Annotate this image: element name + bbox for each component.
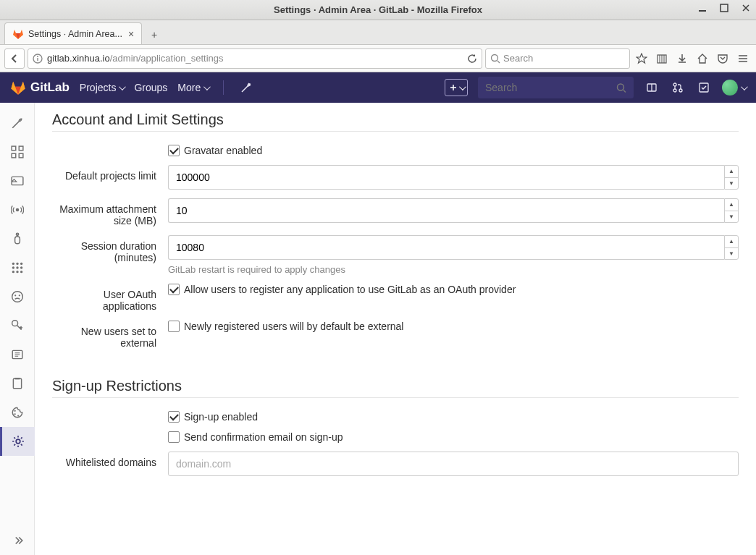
whitelisted-domains-input[interactable]	[168, 452, 739, 476]
spinner-up-icon[interactable]: ▲	[725, 166, 738, 178]
spinner-down-icon[interactable]: ▼	[725, 248, 738, 260]
pocket-icon[interactable]	[714, 50, 731, 67]
new-users-external-check-label: Newly registered users will by default b…	[184, 321, 403, 332]
window-title: Settings · Admin Area · GitLab - Mozilla…	[274, 4, 482, 15]
admin-wrench-icon[interactable]	[238, 80, 254, 96]
send-confirmation-checkbox[interactable]	[168, 431, 180, 443]
user-oauth-label: User OAuth applications	[52, 284, 168, 312]
svg-point-37	[14, 413, 15, 415]
signup-enabled-checkbox[interactable]	[168, 411, 180, 423]
sidebar-item-overview[interactable]	[0, 109, 35, 137]
svg-rect-16	[19, 153, 23, 158]
svg-point-32	[12, 321, 17, 326]
issues-icon[interactable]	[644, 80, 660, 96]
svg-rect-35	[14, 378, 20, 379]
library-icon[interactable]	[653, 50, 671, 67]
url-bar[interactable]: gitlab.xinhua.io/admin/application_setti…	[28, 48, 482, 69]
chevron-down-icon	[458, 83, 466, 90]
info-icon[interactable]	[33, 54, 43, 64]
svg-point-27	[16, 271, 18, 273]
svg-point-21	[16, 263, 18, 265]
svg-point-28	[20, 271, 22, 273]
new-tab-button[interactable]: +	[143, 25, 165, 44]
maximize-button[interactable]	[718, 2, 730, 14]
home-icon[interactable]	[694, 50, 711, 67]
user-menu[interactable]	[722, 80, 746, 96]
svg-point-25	[20, 266, 22, 268]
spinner-down-icon[interactable]: ▼	[725, 211, 738, 223]
svg-point-39	[16, 439, 20, 444]
sidebar-item-messages[interactable]	[0, 166, 35, 195]
gravatar-checkbox[interactable]	[168, 145, 180, 156]
sidebar-item-broadcast[interactable]	[0, 195, 35, 224]
sidebar-item-deploy-keys[interactable]	[0, 311, 35, 340]
chevron-down-icon	[741, 83, 748, 90]
new-dropdown-button[interactable]	[445, 79, 468, 96]
close-button[interactable]	[740, 2, 752, 14]
sidebar-item-monitoring[interactable]	[0, 137, 35, 166]
sidebar-item-labels[interactable]	[0, 340, 35, 369]
new-users-external-checkbox[interactable]	[168, 321, 180, 332]
number-spinners[interactable]: ▲▼	[724, 198, 739, 223]
svg-rect-13	[12, 146, 16, 151]
url-path: /admin/application_settings	[110, 53, 224, 64]
spinner-up-icon[interactable]: ▲	[725, 236, 738, 248]
window-titlebar: Settings · Admin Area · GitLab - Mozilla…	[0, 0, 756, 20]
svg-rect-15	[12, 153, 16, 158]
sidebar-item-hooks[interactable]	[0, 224, 35, 253]
svg-point-36	[14, 410, 15, 412]
sidebar-item-settings[interactable]	[0, 427, 35, 456]
spinner-down-icon[interactable]: ▼	[725, 178, 738, 190]
gitlab-topnav: GitLab Projects Groups More	[0, 72, 756, 103]
max-attachment-input[interactable]	[168, 198, 724, 223]
sidebar-item-applications[interactable]	[0, 253, 35, 282]
reload-button[interactable]	[467, 54, 477, 64]
browser-tab-active[interactable]: Settings · Admin Area... ×	[4, 22, 142, 44]
svg-point-24	[16, 266, 18, 268]
number-spinners[interactable]: ▲▼	[724, 165, 739, 190]
gitlab-logo[interactable]: GitLab	[10, 80, 70, 96]
send-confirmation-label: Send confirmation email on sign-up	[184, 431, 343, 443]
nav-groups[interactable]: Groups	[134, 82, 167, 93]
tab-close-icon[interactable]: ×	[128, 28, 134, 40]
nav-divider	[223, 80, 224, 95]
session-duration-help: GitLab restart is required to apply chan…	[168, 264, 739, 275]
svg-point-18	[15, 208, 19, 212]
search-icon	[490, 54, 500, 64]
back-button[interactable]	[4, 48, 25, 69]
sidebar-item-runners[interactable]	[0, 369, 35, 398]
svg-point-22	[20, 263, 22, 265]
user-oauth-checkbox[interactable]	[168, 284, 180, 295]
chevron-down-icon	[119, 83, 126, 90]
sidebar-collapse-button[interactable]	[0, 526, 35, 555]
sidebar-item-abuse[interactable]	[0, 282, 35, 311]
hamburger-menu-icon[interactable]	[734, 50, 752, 67]
signup-enabled-label: Sign-up enabled	[184, 411, 258, 423]
brand-text: GitLab	[30, 80, 70, 95]
gitlab-search-input[interactable]	[485, 82, 616, 93]
section-divider	[52, 131, 739, 132]
svg-point-20	[12, 263, 14, 265]
svg-point-38	[17, 415, 19, 416]
bookmark-star-icon[interactable]	[633, 50, 650, 67]
svg-rect-34	[13, 378, 21, 389]
todos-icon[interactable]	[696, 80, 712, 96]
merge-requests-icon[interactable]	[670, 80, 686, 96]
browser-search-box[interactable]: Search	[485, 48, 630, 69]
svg-point-29	[12, 292, 22, 302]
whitelisted-domains-label: Whitelisted domains	[52, 452, 168, 468]
spinner-up-icon[interactable]: ▲	[725, 199, 738, 211]
default-projects-limit-input[interactable]	[168, 165, 724, 190]
svg-rect-4	[37, 58, 38, 61]
gitlab-search-box[interactable]	[478, 77, 634, 98]
sidebar-item-appearance[interactable]	[0, 398, 35, 427]
download-icon[interactable]	[673, 50, 691, 67]
nav-projects[interactable]: Projects	[80, 82, 125, 93]
svg-point-9	[673, 83, 676, 86]
nav-more[interactable]: More	[177, 82, 209, 93]
minimize-button[interactable]	[697, 2, 708, 14]
number-spinners[interactable]: ▲▼	[724, 235, 739, 260]
url-toolbar: gitlab.xinhua.io/admin/application_setti…	[0, 45, 756, 72]
url-host: gitlab.xinhua.io	[47, 53, 110, 64]
session-duration-input[interactable]	[168, 235, 724, 260]
